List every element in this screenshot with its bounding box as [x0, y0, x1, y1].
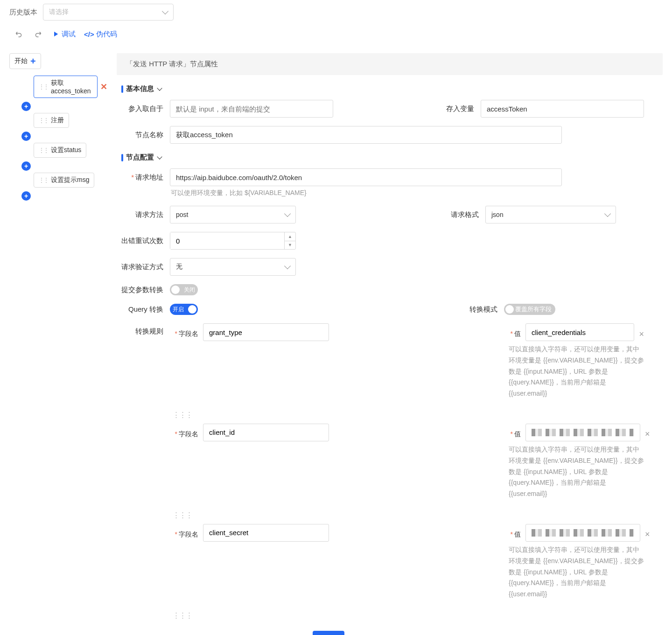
- debug-label: 调试: [62, 30, 76, 39]
- method-value: post: [176, 211, 188, 218]
- remove-icon[interactable]: ×: [645, 426, 650, 439]
- field-name-input[interactable]: [203, 323, 329, 341]
- value-hint: 可以直接填入字符串，还可以使用变量，其中环境变量是 {{env.VARIABLE…: [509, 544, 644, 600]
- field-name-input[interactable]: [203, 524, 329, 542]
- label-field-name: 字段名: [173, 527, 198, 539]
- url-hint: 可以使用环境变量，比如 ${VARIABLE_NAME}: [171, 189, 307, 197]
- drag-icon: ⋮⋮: [39, 147, 48, 154]
- auth-value: 无: [176, 263, 182, 271]
- tree-node-label: 获取access_token: [51, 79, 92, 95]
- add-node-icon[interactable]: +: [21, 161, 31, 171]
- auth-select[interactable]: 无: [170, 258, 296, 276]
- version-select[interactable]: 请选择: [43, 4, 174, 21]
- rule-row: 字段名 值 × 可以直接填入字符串，还可以使用变量，其中环境变量是 {{env.…: [173, 524, 663, 600]
- tree-root[interactable]: 开始 +: [9, 53, 41, 69]
- chevron-down-icon: [157, 154, 162, 159]
- label-convert-rule: 转换规则: [117, 323, 163, 336]
- debug-button[interactable]: 调试: [51, 30, 76, 39]
- drag-handle-icon[interactable]: ⋮⋮⋮: [173, 611, 663, 620]
- plus-icon[interactable]: +: [30, 56, 36, 66]
- version-placeholder: 请选择: [49, 8, 69, 16]
- overwrite-toggle[interactable]: 覆盖所有字段: [504, 304, 555, 315]
- label-request-url: 请求地址: [117, 173, 163, 182]
- overwrite-label: 覆盖所有字段: [515, 305, 552, 314]
- tree-root-label: 开始: [14, 57, 28, 65]
- value-input-redacted[interactable]: [525, 424, 640, 441]
- input-from-field[interactable]: [170, 100, 333, 118]
- chevron-down-icon: [604, 210, 611, 217]
- add-node-icon[interactable]: +: [21, 102, 31, 111]
- redo-icon[interactable]: [33, 29, 43, 39]
- properties-panel: 「发送 HTTP 请求」节点属性 基本信息 参入取自于 存入变量 节点名称: [117, 53, 663, 635]
- tree-node-label: 注册: [51, 116, 64, 125]
- label-convert-mode: 转换模式: [465, 305, 497, 314]
- version-label: 历史版本: [9, 8, 37, 17]
- label-retry: 出错重试次数: [117, 237, 163, 245]
- retry-field[interactable]: ▲ ▼: [170, 232, 296, 250]
- add-rule-button[interactable]: + 新增: [313, 631, 344, 635]
- chevron-down-icon: [162, 8, 168, 14]
- tree-panel: 开始 + ⋮⋮ 获取access_token ✕ + ⋮⋮ 注册 + ⋮⋮ 设置…: [9, 53, 107, 202]
- spinner-down-icon[interactable]: ▼: [285, 241, 295, 250]
- label-value: 值: [509, 426, 521, 439]
- label-field-name: 字段名: [173, 426, 198, 439]
- tree-node-msg[interactable]: ⋮⋮ 设置提示msg: [34, 173, 94, 188]
- toggle-label: 关闭: [184, 286, 195, 294]
- drag-icon: ⋮⋮: [39, 177, 48, 183]
- retry-input[interactable]: [170, 232, 284, 249]
- format-value: json: [491, 211, 504, 218]
- value-input-redacted[interactable]: [525, 524, 640, 542]
- drag-icon: ⋮⋮: [39, 84, 48, 90]
- drag-handle-icon[interactable]: ⋮⋮⋮: [173, 411, 663, 419]
- tree-node-register[interactable]: ⋮⋮ 注册: [34, 113, 69, 128]
- param-convert-toggle[interactable]: 关闭: [170, 284, 198, 295]
- label-node-name: 节点名称: [117, 131, 163, 140]
- store-to-field[interactable]: [481, 100, 644, 118]
- format-select[interactable]: json: [485, 206, 616, 223]
- label-method: 请求方法: [117, 210, 163, 219]
- label-value: 值: [509, 326, 521, 338]
- tree-node-label: 设置提示msg: [51, 176, 89, 184]
- section-config[interactable]: 节点配置: [121, 153, 663, 162]
- pseudocode-label: 伪代码: [96, 30, 117, 39]
- toggle-label: 开启: [173, 306, 184, 314]
- chevron-down-icon: [284, 263, 291, 269]
- panel-title: 「发送 HTTP 请求」节点属性: [117, 53, 663, 75]
- section-label: 基本信息: [126, 84, 154, 93]
- drag-handle-icon[interactable]: ⋮⋮⋮: [173, 511, 663, 519]
- remove-icon[interactable]: ×: [645, 526, 650, 539]
- rule-row: 字段名 值 × 可以直接填入字符串，还可以使用变量，其中环境变量是 {{env.…: [173, 424, 663, 500]
- chevron-down-icon: [157, 85, 162, 91]
- node-name-field[interactable]: [170, 126, 562, 144]
- tree-node-access-token[interactable]: ⋮⋮ 获取access_token: [34, 76, 98, 98]
- label-query-convert: Query 转换: [117, 305, 163, 314]
- value-input[interactable]: [525, 323, 634, 341]
- code-icon: </>: [84, 30, 94, 38]
- label-input-from: 参入取自于: [117, 105, 163, 113]
- add-node-icon[interactable]: +: [21, 132, 31, 141]
- label-field-name: 字段名: [173, 326, 198, 338]
- remove-icon[interactable]: ×: [639, 326, 644, 339]
- section-label: 节点配置: [126, 153, 154, 162]
- label-value: 值: [509, 527, 521, 539]
- value-hint: 可以直接填入字符串，还可以使用变量，其中环境变量是 {{env.VARIABLE…: [509, 344, 644, 399]
- chevron-down-icon: [284, 210, 291, 217]
- label-auth: 请求验证方式: [117, 263, 163, 272]
- value-hint: 可以直接填入字符串，还可以使用变量，其中环境变量是 {{env.VARIABLE…: [509, 444, 644, 500]
- query-convert-toggle[interactable]: 开启: [170, 304, 198, 315]
- spinner-up-icon[interactable]: ▲: [285, 232, 295, 241]
- tree-node-status[interactable]: ⋮⋮ 设置status: [34, 143, 86, 158]
- request-url-field[interactable]: [170, 168, 562, 186]
- method-select[interactable]: post: [170, 206, 296, 223]
- rule-row: 字段名 值 × 可以直接填入字符串，还可以使用变量，其中环境变量是 {{env.…: [173, 323, 663, 399]
- label-param-convert: 提交参数转换: [117, 286, 163, 294]
- pseudocode-button[interactable]: </> 伪代码: [84, 30, 117, 39]
- section-basic[interactable]: 基本信息: [121, 84, 663, 93]
- tree-node-label: 设置status: [51, 146, 81, 154]
- drag-icon: ⋮⋮: [39, 117, 48, 124]
- close-icon[interactable]: ✕: [100, 82, 107, 92]
- label-format: 请求格式: [446, 210, 479, 219]
- add-node-icon[interactable]: +: [21, 191, 31, 201]
- field-name-input[interactable]: [203, 424, 329, 441]
- undo-icon[interactable]: [14, 29, 24, 39]
